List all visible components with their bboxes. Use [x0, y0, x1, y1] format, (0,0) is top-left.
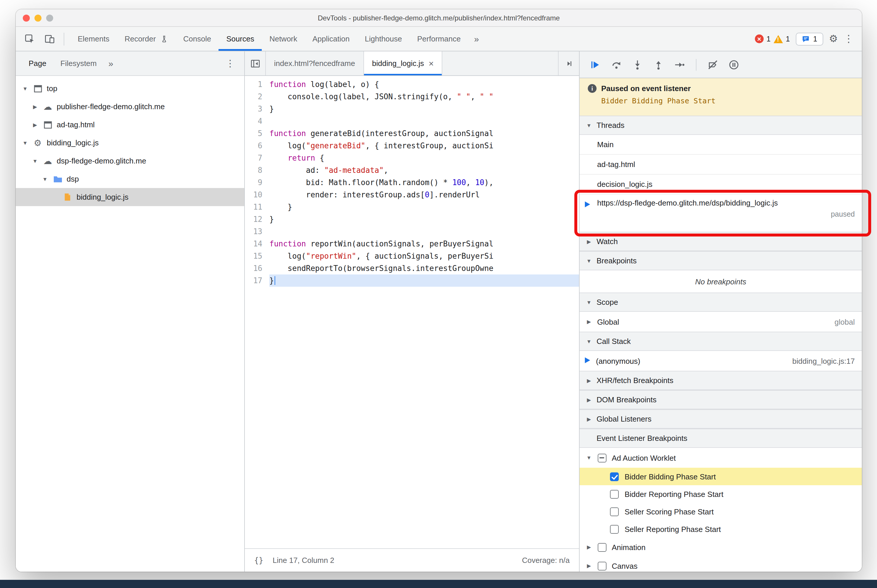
step-into-button[interactable] — [629, 56, 646, 73]
line-number[interactable]: 17 — [245, 274, 269, 287]
chevron-right-icon[interactable]: ▶ — [32, 104, 39, 110]
code-line[interactable]: 2 console.log(label, JSON.stringify(o, "… — [245, 90, 579, 103]
more-navigator-tabs-button[interactable]: » — [104, 58, 118, 68]
more-panels-button[interactable]: » — [468, 27, 485, 51]
code-line[interactable]: 11 } — [245, 201, 579, 213]
chevron-right-icon[interactable]: ▶ — [585, 563, 593, 569]
code-line[interactable]: 3} — [245, 103, 579, 115]
tab-application[interactable]: Application — [305, 27, 357, 51]
breakpoint-checkbox[interactable] — [610, 525, 619, 533]
tab-console[interactable]: Console — [176, 27, 218, 51]
chevron-right-icon[interactable]: ▶ — [585, 544, 593, 550]
tree-item-bidding-logic-file[interactable]: bidding_logic.js — [16, 188, 244, 206]
chevron-right-icon[interactable]: ▶ — [32, 122, 39, 128]
call-stack-section-header[interactable]: ▼ Call Stack — [580, 332, 862, 351]
code-line[interactable]: 7 return { — [245, 152, 579, 164]
elb-item-bidder-reporting-phase-start[interactable]: Bidder Reporting Phase Start — [580, 485, 862, 503]
chevron-down-icon[interactable]: ▼ — [42, 176, 48, 182]
navigator-menu-kebab-icon[interactable]: ⋮ — [222, 58, 238, 69]
tree-item-publisher-origin[interactable]: ▶ ☁ publisher-fledge-demo.glitch.me — [16, 98, 244, 116]
code-text[interactable]: sendReportTo(browserSignals.interestGrou… — [269, 262, 579, 274]
code-text[interactable]: } — [269, 274, 579, 287]
code-text[interactable]: } — [269, 103, 579, 115]
code-text[interactable]: log("generateBid", { interestGroup, auct… — [269, 140, 579, 152]
toggle-navigator-button[interactable] — [245, 51, 266, 75]
code-text[interactable]: log("reportWin", { auctionSignals, perBu… — [269, 250, 579, 262]
breakpoint-checkbox[interactable] — [610, 490, 619, 498]
chevron-right-icon[interactable]: ▶ — [585, 319, 593, 325]
thread-bidding-logic-paused[interactable]: https://dsp-fledge-demo.glitch.me/dsp/bi… — [580, 195, 862, 232]
tree-item-dsp-origin[interactable]: ▼ ☁ dsp-fledge-demo.glitch.me — [16, 152, 244, 170]
tree-item-dsp-folder[interactable]: ▼ dsp — [16, 170, 244, 188]
tab-index-html[interactable]: index.html?fencedframe — [266, 51, 364, 75]
chevron-down-icon[interactable]: ▼ — [22, 140, 29, 146]
elb-item-seller-reporting-phase-start[interactable]: Seller Reporting Phase Start — [580, 520, 862, 538]
tree-item-top[interactable]: ▼ top — [16, 80, 244, 98]
line-number[interactable]: 11 — [245, 201, 269, 213]
scope-section-header[interactable]: ▼ Scope — [580, 292, 862, 312]
line-number[interactable]: 7 — [245, 152, 269, 164]
dom-breakpoints-section-header[interactable]: ▶ DOM Breakpoints — [580, 390, 862, 410]
code-line[interactable]: 6 log("generateBid", { interestGroup, au… — [245, 140, 579, 152]
code-text[interactable]: bid: Math.floor(Math.random() * 100, 10)… — [269, 176, 579, 189]
line-number[interactable]: 1 — [245, 78, 269, 90]
code-text[interactable]: ad: "ad-metadata", — [269, 164, 579, 176]
line-number[interactable]: 9 — [245, 176, 269, 189]
tree-item-worklet-bidding-logic[interactable]: ▼ ⚙ bidding_logic.js — [16, 134, 244, 152]
line-number[interactable]: 12 — [245, 213, 269, 225]
line-number[interactable]: 13 — [245, 225, 269, 238]
code-line[interactable]: 12} — [245, 213, 579, 225]
code-text[interactable]: console.log(label, JSON.stringify(o, " "… — [269, 90, 579, 103]
code-line[interactable]: 16 sendReportTo(browserSignals.interestG… — [245, 262, 579, 274]
breakpoint-checkbox[interactable] — [610, 472, 619, 481]
next-editor-button[interactable] — [558, 51, 579, 75]
watch-section-header[interactable]: ▶ Watch — [580, 232, 862, 251]
code-line[interactable]: 5function generateBid(interestGroup, auc… — [245, 127, 579, 140]
code-text[interactable] — [269, 115, 579, 127]
threads-section-header[interactable]: ▼ Threads — [580, 116, 862, 135]
device-toolbar-button[interactable] — [42, 31, 58, 47]
close-window-button[interactable] — [23, 14, 30, 21]
tab-recorder[interactable]: Recorder — [117, 27, 176, 51]
line-number[interactable]: 10 — [245, 189, 269, 201]
step-out-button[interactable] — [650, 56, 667, 73]
zoom-window-button[interactable] — [46, 14, 53, 21]
animation-checkbox[interactable] — [598, 543, 606, 552]
code-line[interactable]: 8 ad: "ad-metadata", — [245, 164, 579, 176]
pause-on-exceptions-button[interactable] — [725, 56, 743, 73]
code-line[interactable]: 1function log(label, o) { — [245, 78, 579, 90]
tab-elements[interactable]: Elements — [70, 27, 117, 51]
line-number[interactable]: 5 — [245, 127, 269, 140]
tab-network[interactable]: Network — [262, 27, 305, 51]
code-line[interactable]: 14function reportWin(auctionSignals, per… — [245, 238, 579, 250]
deactivate-breakpoints-button[interactable] — [704, 56, 722, 73]
line-number[interactable]: 14 — [245, 238, 269, 250]
chevron-down-icon[interactable]: ▼ — [585, 455, 593, 461]
code-line[interactable]: 13 — [245, 225, 579, 238]
global-listeners-section-header[interactable]: ▶ Global Listeners — [580, 410, 862, 429]
call-stack-frame-anonymous[interactable]: (anonymous) bidding_logic.js:17 — [580, 351, 862, 371]
minimize-window-button[interactable] — [35, 14, 42, 21]
console-errors-warnings[interactable]: 1 1 — [755, 34, 790, 43]
tab-bidding-logic[interactable]: bidding_logic.js × — [364, 51, 442, 75]
elb-group-ad-auction-worklet[interactable]: ▼ Ad Auction Worklet — [580, 448, 862, 468]
code-lines[interactable]: 1function log(label, o) {2 console.log(l… — [245, 76, 579, 548]
code-line[interactable]: 9 bid: Math.floor(Math.random() * 100, 1… — [245, 176, 579, 189]
elb-group-canvas[interactable]: ▶ Canvas — [580, 556, 862, 572]
code-line[interactable]: 15 log("reportWin", { auctionSignals, pe… — [245, 250, 579, 262]
chevron-down-icon[interactable]: ▼ — [32, 158, 39, 164]
code-text[interactable]: function log(label, o) { — [269, 78, 579, 90]
line-number[interactable]: 2 — [245, 90, 269, 103]
code-text[interactable] — [269, 225, 579, 238]
tab-lighthouse[interactable]: Lighthouse — [357, 27, 409, 51]
tree-item-ad-tag[interactable]: ▶ ad-tag.html — [16, 116, 244, 134]
line-number[interactable]: 8 — [245, 164, 269, 176]
thread-ad-tag[interactable]: ad-tag.html — [580, 155, 862, 175]
elb-item-bidder-bidding-phase-start[interactable]: Bidder Bidding Phase Start — [580, 468, 862, 485]
code-text[interactable]: render: interestGroup.ads[0].renderUrl — [269, 189, 579, 201]
thread-decision-logic[interactable]: decision_logic.js — [580, 175, 862, 195]
step-over-button[interactable] — [608, 56, 625, 73]
thread-main[interactable]: Main — [580, 135, 862, 155]
line-number[interactable]: 6 — [245, 140, 269, 152]
pretty-print-braces-icon[interactable]: {} — [254, 556, 263, 565]
